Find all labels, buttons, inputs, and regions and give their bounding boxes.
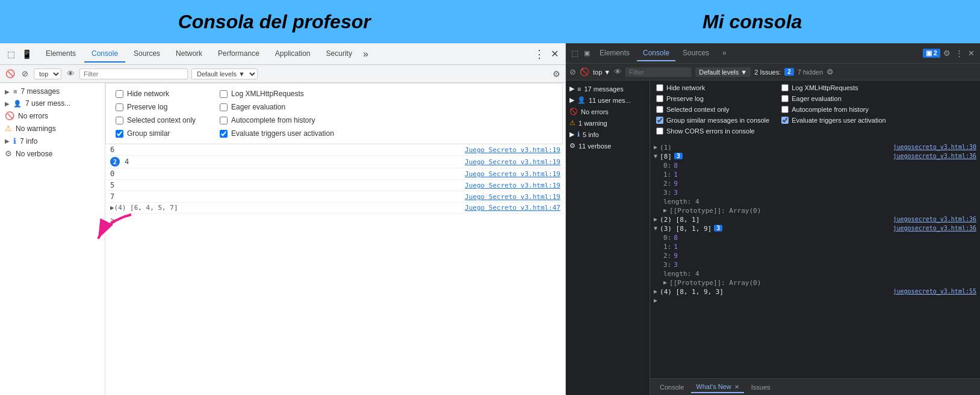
sidebar-item-user-messages[interactable]: ▶ 👤 7 user mess...	[0, 97, 105, 109]
rc-line-9: ▼ (3) [8, 1, 9] 3 juegosecreto_v3.html:3…	[654, 224, 976, 233]
console-toolbar: 🚫 ⊘ top 👁 Default levels ▼ ⚙	[0, 65, 565, 83]
issues-badge[interactable]: ▣ 2	[923, 49, 940, 58]
right-sidebar-info[interactable]: ▶ ℹ 5 info	[566, 129, 650, 140]
right-settings-icon[interactable]: ⚙	[941, 48, 952, 59]
right-levels-button[interactable]: Default levels ▼	[695, 67, 751, 77]
right-sidebar-verbose[interactable]: ⚙ 11 verbose	[566, 140, 650, 152]
right-tab-more[interactable]: »	[716, 46, 733, 61]
eye-icon[interactable]: 👁	[65, 69, 76, 79]
tab-application[interactable]: Application	[268, 46, 318, 63]
right-cors-cb[interactable]	[656, 127, 663, 135]
group-similar-option[interactable]: Group similar	[116, 129, 196, 138]
log-xhr-checkbox[interactable]	[220, 90, 228, 98]
selected-context-option[interactable]: Selected context only	[116, 116, 196, 124]
right-eager-eval[interactable]: Eager evaluation	[781, 95, 886, 102]
sidebar-item-messages[interactable]: ▶ ≡ 7 messages	[0, 85, 105, 97]
right-sidebar-warnings[interactable]: ⚠ 1 warning	[566, 117, 650, 129]
right-selected-context-cb[interactable]	[656, 106, 663, 113]
right-hide-network-cb[interactable]	[656, 84, 663, 91]
right-preserve-log[interactable]: Preserve log	[656, 95, 769, 102]
tab-elements[interactable]: Elements	[39, 46, 83, 63]
right-eye-icon[interactable]: 👁	[614, 67, 622, 76]
right-tab-sources[interactable]: Sources	[677, 46, 715, 61]
right-filter-input[interactable]	[625, 67, 692, 77]
tab-network[interactable]: Network	[169, 46, 209, 63]
preserve-log-option[interactable]: Preserve log	[116, 103, 196, 111]
right-triggers[interactable]: Evaluate triggers user activation	[781, 117, 886, 124]
eager-eval-option[interactable]: Eager evaluation	[220, 103, 334, 111]
sidebar-item-errors[interactable]: 🚫 No errors	[0, 109, 105, 122]
right-sidebar-errors[interactable]: 🚫 No errors	[566, 106, 650, 117]
right-toolbar-gear[interactable]: ⚙	[826, 67, 834, 76]
right-preserve-log-cb[interactable]	[656, 95, 663, 102]
settings-gear-icon[interactable]: ⚙	[553, 69, 560, 79]
rc-line-12: 2: 9	[654, 251, 976, 260]
right-selected-context[interactable]: Selected context only	[656, 106, 769, 113]
context-selector[interactable]: top	[34, 69, 61, 79]
eager-eval-checkbox[interactable]	[220, 103, 228, 111]
right-context-label: top ▼	[593, 69, 610, 76]
clear-console-icon[interactable]: 🚫	[5, 69, 16, 79]
preserve-log-checkbox[interactable]	[116, 103, 123, 111]
right-tab-console[interactable]: Console	[637, 46, 675, 61]
right-sidebar-user[interactable]: ▶ 👤 11 user mes...	[566, 94, 650, 106]
more-tabs-icon[interactable]: »	[363, 49, 368, 60]
rc-line-4: 1: 1	[654, 170, 976, 179]
sidebar-item-verbose[interactable]: ⚙ No verbose	[0, 147, 105, 160]
right-triggers-cb[interactable]	[781, 117, 789, 124]
right-tab-elements[interactable]: Elements	[594, 46, 636, 61]
right-more-icon[interactable]: ⋮	[954, 48, 964, 59]
rc-line-11: 1: 1	[654, 242, 976, 251]
sidebar-item-info[interactable]: ▶ ℹ 7 info	[0, 135, 105, 147]
whats-new-close-icon[interactable]: ✕	[734, 384, 739, 390]
right-device-icon[interactable]: ▣	[581, 48, 592, 59]
tab-security[interactable]: Security	[319, 46, 359, 63]
right-group-similar[interactable]: Group similar messages in console	[656, 117, 769, 124]
rc-line-13: 3: 3	[654, 260, 976, 269]
right-autocomplete[interactable]: Autocomplete from history	[781, 106, 886, 113]
right-inspect-icon[interactable]: ⬚	[569, 48, 580, 59]
right-eager-eval-cb[interactable]	[781, 95, 789, 102]
badge-2: 2	[110, 157, 120, 167]
bottom-tab-whats-new[interactable]: What's New ✕	[691, 381, 743, 393]
hide-network-checkbox[interactable]	[116, 90, 123, 98]
autocomplete-checkbox[interactable]	[220, 117, 228, 124]
right-log-xhr-cb[interactable]	[781, 84, 789, 91]
console-prompt[interactable]: >	[105, 213, 565, 227]
right-sidebar-messages[interactable]: ▶ ≡ 17 messages	[566, 83, 650, 94]
right-filter-toggle[interactable]: ⊘	[569, 67, 576, 76]
tab-console[interactable]: Console	[84, 46, 125, 63]
right-hide-network[interactable]: Hide network	[656, 84, 769, 91]
levels-selector[interactable]: Default levels ▼	[191, 69, 258, 79]
autocomplete-option[interactable]: Autocomplete from history	[220, 116, 334, 124]
ellipsis-icon[interactable]: ⋮	[534, 47, 545, 61]
right-cors-errors[interactable]: Show CORS errors in console	[656, 127, 769, 135]
tab-sources[interactable]: Sources	[126, 46, 167, 63]
right-no-entry[interactable]: 🚫	[580, 67, 589, 76]
rc-line-5: 2: 9	[654, 179, 976, 188]
selected-context-checkbox[interactable]	[116, 117, 123, 124]
triggers-option[interactable]: Evaluate triggers user activation	[220, 129, 334, 138]
filter-input[interactable]	[79, 69, 188, 79]
hide-network-option[interactable]: Hide network	[116, 90, 196, 98]
console-entry-3: 0 Juego Secreto v3.html:19	[105, 168, 565, 180]
tab-performance[interactable]: Performance	[211, 46, 267, 63]
right-autocomplete-cb[interactable]	[781, 106, 789, 113]
triggers-checkbox[interactable]	[220, 130, 228, 138]
device-icon[interactable]: 📱	[20, 48, 33, 60]
console-entry-5: 7 Juego Secreto v3.html:19	[105, 191, 565, 203]
right-settings-panel: Hide network Preserve log Selected conte…	[650, 81, 980, 141]
filter-icon[interactable]: ⊘	[19, 69, 30, 79]
right-log-xhr[interactable]: Log XMLHttpRequests	[781, 84, 886, 91]
inspect-icon[interactable]: ⬚	[5, 48, 17, 60]
rc-line-prototype-1: ▶ [[Prototype]]: Array(0)	[654, 206, 976, 215]
bottom-tab-issues[interactable]: Issues	[746, 382, 775, 393]
rc-line-16: ▶	[654, 296, 976, 304]
close-devtools-button[interactable]: ✕	[548, 48, 560, 60]
right-group-similar-cb[interactable]	[656, 117, 663, 124]
log-xhr-option[interactable]: Log XMLHttpRequests	[220, 90, 334, 98]
bottom-tab-console[interactable]: Console	[655, 382, 689, 393]
sidebar-item-warnings[interactable]: ⚠ No warnings	[0, 122, 105, 135]
group-similar-checkbox[interactable]	[116, 130, 123, 138]
right-close-icon[interactable]: ✕	[966, 48, 976, 59]
